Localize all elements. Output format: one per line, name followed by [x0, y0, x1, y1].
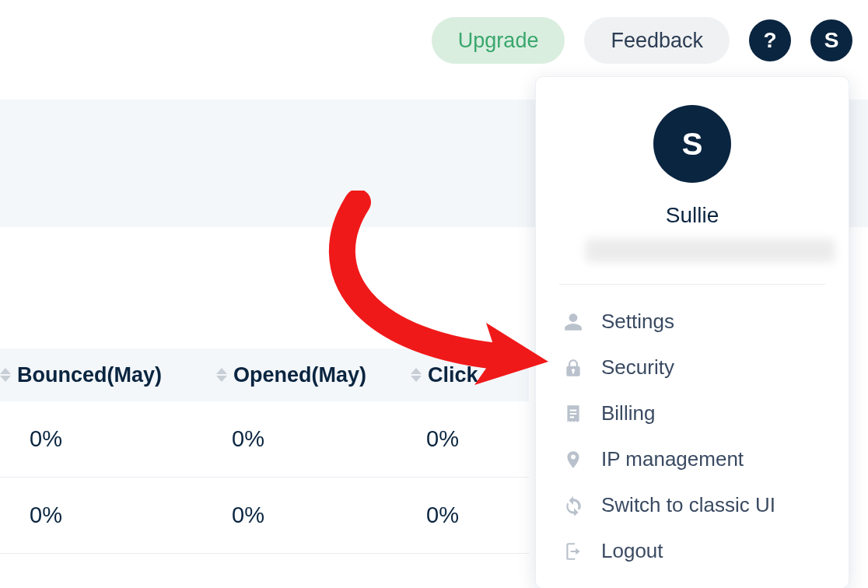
stats-table: Bounced(May) Opened(May) Click 0% 0% 0% …	[0, 348, 529, 554]
topbar: Upgrade Feedback ? S	[0, 0, 868, 81]
avatar: S	[653, 105, 731, 183]
cell-click: 0%	[397, 426, 529, 452]
cell-bounced: 0%	[0, 502, 202, 528]
menu-item-label: Settings	[601, 310, 674, 334]
column-label: Opened(May)	[233, 363, 366, 387]
column-label: Bounced(May)	[17, 363, 162, 387]
receipt-icon	[562, 403, 584, 425]
pin-icon	[562, 449, 584, 471]
sort-icon	[216, 368, 227, 382]
table-header-row: Bounced(May) Opened(May) Click	[0, 348, 529, 401]
menu-item-settings[interactable]: Settings	[536, 299, 849, 345]
column-header-click[interactable]: Click	[397, 363, 529, 387]
menu-item-label: IP management	[601, 447, 744, 471]
menu-item-logout[interactable]: Logout	[536, 528, 849, 574]
cell-opened: 0%	[202, 426, 397, 452]
menu-item-security[interactable]: Security	[536, 345, 849, 390]
user-email-blurred	[586, 239, 835, 262]
cell-opened: 0%	[202, 502, 397, 528]
column-header-bounced[interactable]: Bounced(May)	[0, 363, 202, 387]
menu-item-ip-management[interactable]: IP management	[536, 436, 849, 482]
menu-item-billing[interactable]: Billing	[536, 390, 849, 436]
menu-item-switch-ui[interactable]: Switch to classic UI	[536, 482, 849, 528]
sort-icon	[411, 368, 422, 382]
menu-item-label: Switch to classic UI	[601, 493, 775, 517]
user-menu-header: S Sullie	[559, 77, 825, 285]
table-row: 0% 0% 0%	[0, 478, 529, 554]
menu-item-label: Security	[601, 355, 674, 380]
logout-icon	[562, 541, 584, 562]
lock-icon	[562, 357, 584, 379]
table-row: 0% 0% 0%	[0, 401, 529, 478]
upgrade-button[interactable]: Upgrade	[432, 17, 565, 64]
cell-bounced: 0%	[0, 426, 202, 452]
person-icon	[562, 311, 584, 333]
refresh-icon	[562, 495, 584, 516]
feedback-button[interactable]: Feedback	[584, 17, 730, 64]
avatar-button[interactable]: S	[810, 19, 852, 61]
menu-item-label: Billing	[601, 401, 655, 425]
user-menu-dropdown: S Sullie Settings Security Billing	[535, 76, 849, 588]
cell-click: 0%	[397, 502, 529, 528]
menu-item-label: Logout	[601, 539, 663, 563]
sort-icon	[0, 368, 11, 382]
column-header-opened[interactable]: Opened(May)	[202, 363, 397, 387]
user-name: Sullie	[586, 203, 799, 228]
column-label: Click	[428, 363, 478, 387]
user-menu-list: Settings Security Billing IP management …	[536, 285, 849, 574]
help-button[interactable]: ?	[749, 19, 791, 61]
